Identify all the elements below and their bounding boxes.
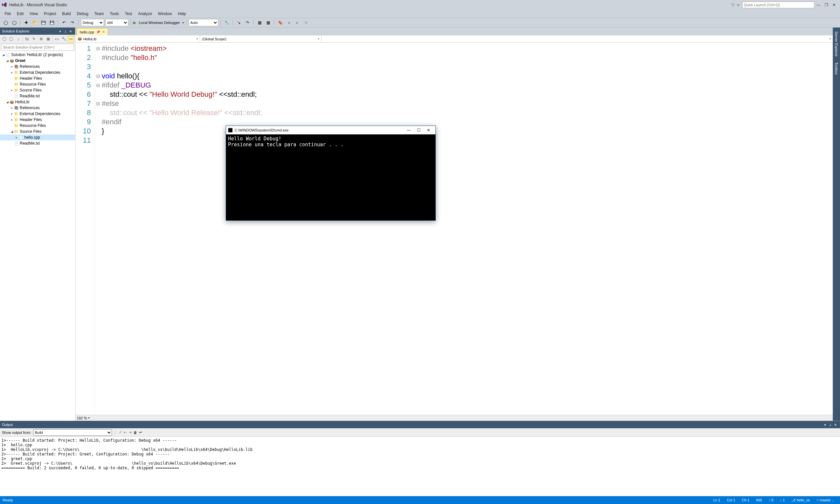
platform-select[interactable]: x64 [105, 19, 128, 26]
greet-source-files[interactable]: ▸📁Source Files [0, 87, 75, 93]
nav-scope-dropdown[interactable]: (Global Scope) ▾ [200, 35, 321, 42]
hellolib-readme[interactable]: 📄ReadMe.txt [0, 140, 75, 146]
se-back-icon[interactable]: ◯ [1, 36, 7, 42]
panel-dropdown-icon[interactable]: ▾ [57, 30, 63, 33]
hellolib-external-deps[interactable]: ▸📁External Dependencies [0, 111, 75, 117]
debugger-label[interactable]: Local Windows Debugger [138, 21, 181, 24]
bookmark-icon[interactable]: 🔖 [277, 19, 284, 26]
output-dropdown-icon[interactable]: ▾ [822, 423, 827, 427]
new-project-icon[interactable]: ✚ [23, 19, 30, 26]
close-button[interactable]: ✕ [830, 3, 838, 7]
console-titlebar[interactable]: C:\WINDOWS\system32\cmd.exe — ☐ ✕ [226, 126, 435, 134]
output-close-icon[interactable]: ✕ [833, 423, 838, 427]
server-explorer-tab[interactable]: Server Explorer [834, 30, 839, 58]
status-down[interactable]: ↓ 1 [777, 498, 788, 502]
hellolib-resource-files[interactable]: 📁Resource Files [0, 123, 75, 128]
tab-close-icon[interactable]: ✕ [102, 30, 105, 34]
toolbar-icon-1[interactable]: 🔧 [223, 19, 230, 26]
se-refresh-icon[interactable]: ↻ [31, 36, 37, 42]
se-home-icon[interactable]: ⌂ [15, 36, 21, 42]
console-maximize-icon[interactable]: ☐ [414, 128, 424, 132]
redo-icon[interactable]: ↷ [69, 19, 76, 26]
se-properties-icon[interactable]: 🔧 [61, 36, 67, 42]
greet-readme[interactable]: 📄ReadMe.txt [0, 93, 75, 99]
auto-select[interactable]: Auto [189, 19, 218, 26]
menu-file[interactable]: File [2, 11, 14, 17]
zoom-level[interactable]: 192 % [77, 416, 87, 420]
toolbar-icon-3[interactable]: ▦ [264, 19, 272, 26]
se-preview-icon[interactable]: ▭ [68, 36, 74, 42]
open-file-icon[interactable]: 📂 [31, 19, 38, 26]
notifications-icon[interactable]: ▽ [731, 3, 734, 7]
se-code-icon[interactable]: <> [54, 36, 60, 42]
output-text[interactable]: 1>------ Build started: Project: HelloLi… [0, 437, 840, 496]
out-goto-icon[interactable]: ↗ [119, 430, 122, 434]
se-search-input[interactable] [1, 44, 74, 51]
se-fwd-icon[interactable]: ◯ [8, 36, 14, 42]
hellolib-header-files[interactable]: ▸📁Header Files [0, 117, 75, 123]
output-pin-icon[interactable]: ⊥ [827, 423, 833, 427]
out-clear-icon[interactable]: 🗑 [134, 431, 137, 434]
greet-header-files[interactable]: 📁Header Files [0, 75, 75, 81]
hellolib-source-files[interactable]: ◢📁Source Files [0, 128, 75, 134]
console-window[interactable]: C:\WINDOWS\system32\cmd.exe — ☐ ✕ Hello … [226, 126, 436, 221]
status-branch[interactable]: ⑂ master ▴ [813, 498, 837, 502]
file-hello-cpp[interactable]: ▸📄hello.cpp [0, 134, 75, 140]
toolbar-icon-2[interactable]: ▦ [256, 19, 263, 26]
menu-view[interactable]: View [27, 11, 41, 17]
solution-node[interactable]: ◢📄 Solution 'HelloLib' (2 projects) [0, 52, 75, 58]
menu-debug[interactable]: Debug [74, 11, 91, 17]
toolbar-icon-5[interactable]: ▸ [294, 19, 301, 26]
nav-back-icon[interactable]: ◯ [2, 19, 9, 26]
toolbox-tab[interactable]: Toolbox [834, 61, 839, 76]
menu-analyze[interactable]: Analyze [136, 11, 155, 17]
play-icon[interactable]: ▶ [133, 20, 136, 25]
project-hellolib[interactable]: ◢📦 HelloLib [0, 99, 75, 105]
tab-hello-cpp[interactable]: hello.cpp 📌 ✕ [77, 28, 108, 35]
save-all-icon[interactable]: 💾 [48, 19, 55, 26]
panel-pin-icon[interactable]: ⊥ [63, 30, 68, 33]
show-output-from-select[interactable]: Build [33, 429, 112, 436]
menu-team[interactable]: Team [91, 11, 106, 17]
save-icon[interactable]: 💾 [40, 19, 47, 26]
menu-test[interactable]: Test [122, 11, 135, 17]
out-wrap-icon[interactable]: ↩ [139, 430, 142, 434]
greet-references[interactable]: ▸📚References [0, 64, 75, 70]
project-greet[interactable]: ◢📦 Greet [0, 58, 75, 64]
console-close-icon[interactable]: ✕ [424, 128, 434, 132]
out-prev-icon[interactable]: ⇤ [124, 430, 127, 434]
nav-member-dropdown[interactable]: ▾ [321, 35, 833, 42]
config-select[interactable]: Debug [81, 19, 104, 26]
minimize-button[interactable]: — [815, 3, 822, 7]
greet-resource-files[interactable]: 📁Resource Files [0, 81, 75, 87]
menu-window[interactable]: Window [155, 11, 175, 17]
menu-edit[interactable]: Edit [14, 11, 26, 17]
status-up[interactable]: ↑ 0 [765, 498, 777, 502]
se-collapse-icon[interactable]: ⊞ [38, 36, 44, 42]
se-showall-icon[interactable]: ▦ [45, 36, 51, 42]
restore-button[interactable]: ❐ [822, 3, 830, 7]
console-minimize-icon[interactable]: — [404, 128, 414, 132]
undo-icon[interactable]: ↶ [60, 19, 68, 26]
quick-launch-input[interactable] [742, 2, 815, 8]
menu-tools[interactable]: Tools [107, 11, 122, 17]
menu-build[interactable]: Build [59, 11, 73, 17]
feedback-icon[interactable]: ☺ [736, 3, 740, 7]
step-into-icon[interactable]: ↘ [235, 19, 243, 26]
pin-icon[interactable]: 📌 [96, 30, 100, 34]
status-repo[interactable]: ⎇ hello_vs [788, 498, 813, 502]
hellolib-references[interactable]: ▸📚References [0, 105, 75, 111]
out-next-icon[interactable]: ⇥ [129, 430, 132, 434]
toolbar-icon-4[interactable]: ◂ [285, 19, 292, 26]
toolbar-icon-6[interactable]: ≡ [302, 19, 310, 26]
menu-help[interactable]: Help [175, 11, 189, 17]
nav-fwd-icon[interactable]: ◯ [11, 19, 18, 26]
greet-external-deps[interactable]: ▸📁External Dependencies [0, 70, 75, 75]
panel-close-icon[interactable]: ✕ [68, 30, 73, 33]
console-body[interactable]: Hello World Debug! Presione una tecla pa… [226, 134, 435, 220]
code-editor[interactable]: 1234567891011 ⊟⊟⊟⊟ #include <iostream>#i… [75, 43, 833, 415]
se-sync-icon[interactable]: 🗘 [24, 36, 30, 42]
nav-project-dropdown[interactable]: 📦 HelloLib ▾ [75, 35, 200, 42]
menu-project[interactable]: Project [41, 11, 59, 17]
step-over-icon[interactable]: ↷ [244, 19, 251, 26]
